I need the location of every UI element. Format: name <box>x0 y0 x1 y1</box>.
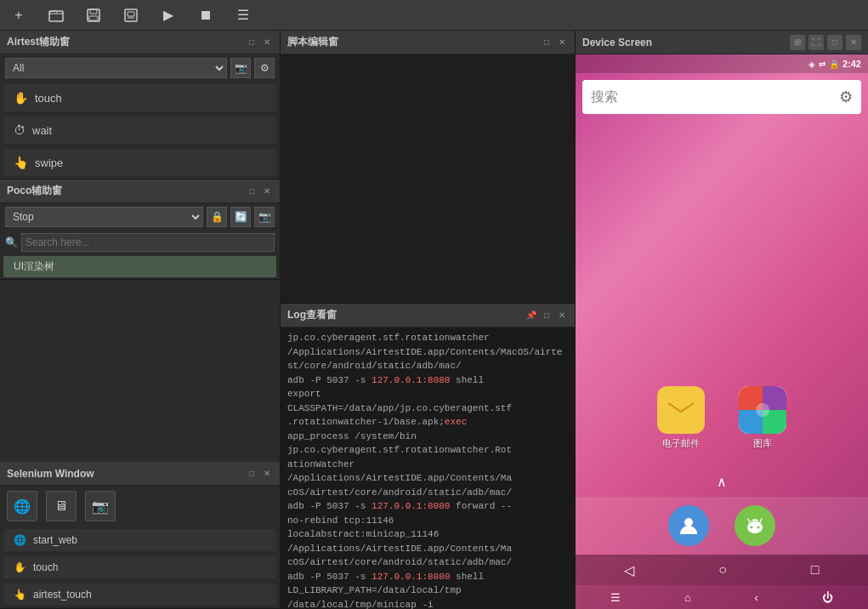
selenium-close-icon[interactable]: ✕ <box>261 468 273 480</box>
script-editor-icons: □ ✕ <box>541 37 568 48</box>
script-icon[interactable]: ☰ <box>233 5 253 26</box>
selenium-camera-btn[interactable]: 📷 <box>85 491 116 521</box>
poco-panel-header: Poco辅助窗 □ ✕ <box>0 179 280 203</box>
airtest-close-icon[interactable]: ✕ <box>261 37 273 48</box>
log-viewer-icons: 📌 □ ✕ <box>525 310 568 322</box>
home-power-icon[interactable]: ⌂ <box>684 591 691 604</box>
svg-rect-0 <box>49 11 63 21</box>
poco-tree-item[interactable]: UI渲染树 <box>3 256 276 277</box>
script-editor-header: 脚本编辑窗 □ ✕ <box>281 31 575 54</box>
search-placeholder-text: 搜索 <box>591 88 618 106</box>
dock-android-icon[interactable] <box>735 505 775 546</box>
android-powerbar: ☰ ⌂ ‹ ⏻ <box>576 585 868 609</box>
android-chevron-up[interactable]: ∧ <box>576 467 868 497</box>
poco-search-row: 🔍 <box>0 231 280 254</box>
device-screen-icon1[interactable]: ⊞ <box>790 35 805 50</box>
main-content: Airtest辅助窗 □ ✕ All 📷 ⚙ ✋ touch ⏱ wait <box>0 31 868 609</box>
email-app-icon <box>657 386 705 434</box>
airtest-minimize-icon[interactable]: □ <box>246 37 258 48</box>
svg-rect-5 <box>128 12 134 16</box>
script-editor-minimize-icon[interactable]: □ <box>541 37 553 48</box>
android-searchbar[interactable]: 搜索 ⚙ <box>582 80 861 114</box>
poco-minimize-icon[interactable]: □ <box>246 185 258 197</box>
device-screen-icon2[interactable]: ⛶ <box>808 35 824 50</box>
power-btn-icon[interactable]: ⏻ <box>822 591 833 604</box>
android-navbar: ◁ ○ □ <box>576 555 868 585</box>
device-screen-close-icon[interactable]: ✕ <box>846 35 861 50</box>
selenium-touch-icon: ✋ <box>14 561 26 573</box>
gallery-app[interactable]: 图库 <box>739 386 786 450</box>
airtest-panel-title: Airtest辅助窗 <box>7 35 70 49</box>
log-viewer-title: Log查看窗 <box>287 308 337 322</box>
left-panel: Airtest辅助窗 □ ✕ All 📷 ⚙ ✋ touch ⏱ wait <box>0 31 281 609</box>
back-power-icon[interactable]: ‹ <box>755 591 758 604</box>
airtest-touch-item[interactable]: ✋ touch <box>3 84 276 111</box>
device-screen-minimize-icon[interactable]: □ <box>827 35 842 50</box>
poco-capture-btn[interactable]: 📷 <box>254 207 275 227</box>
selenium-panel: Selenium Window □ ✕ 🌐 🖥 📷 🌐 start_web ✋ … <box>0 462 280 609</box>
selenium-airtest-touch-item[interactable]: 👆 airtest_touch <box>3 583 276 606</box>
selenium-touch-item[interactable]: ✋ touch <box>3 556 276 578</box>
selenium-icons-row: 🌐 🖥 📷 <box>0 486 280 526</box>
log-close-icon[interactable]: ✕ <box>556 310 568 322</box>
gallery-app-icon <box>739 386 786 434</box>
log-viewer: Log查看窗 📌 □ ✕ jp.co.cyberagent.stf.rotati… <box>281 303 575 609</box>
selenium-touch-label: touch <box>33 561 58 573</box>
airtest-settings-btn[interactable]: ⚙ <box>254 58 275 78</box>
swipe-icon: 👆 <box>14 156 28 169</box>
selenium-start-web-label: start_web <box>33 534 77 546</box>
poco-search-input[interactable] <box>21 233 275 252</box>
email-app-label: 电子邮件 <box>662 437 700 450</box>
selenium-start-web-item[interactable]: 🌐 start_web <box>3 529 276 551</box>
log-body[interactable]: jp.co.cyberagent.stf.rotationwatcher /Ap… <box>281 327 575 609</box>
selenium-header-icons: □ ✕ <box>246 468 273 480</box>
airtest-swipe-label: swipe <box>35 157 63 169</box>
selenium-globe-btn[interactable]: 🌐 <box>7 491 37 521</box>
back-nav-icon[interactable]: ◁ <box>624 562 634 578</box>
dock-contacts-icon[interactable] <box>668 505 709 546</box>
airtest-wait-item[interactable]: ⏱ wait <box>3 117 276 144</box>
search-gear-icon: ⚙ <box>839 88 853 106</box>
script-editor-title: 脚本编辑窗 <box>287 35 338 49</box>
airtest-capture-btn[interactable]: 📷 <box>230 58 251 78</box>
poco-close-icon[interactable]: ✕ <box>261 185 273 197</box>
script-editor: 脚本编辑窗 □ ✕ <box>281 31 575 303</box>
script-editor-body[interactable] <box>281 54 575 303</box>
open-icon[interactable] <box>46 5 66 26</box>
touch-icon: ✋ <box>14 91 28 105</box>
poco-panel-title: Poco辅助窗 <box>7 184 62 198</box>
poco-dropdown-row: Stop 🔒 🔄 📷 <box>0 203 280 231</box>
android-apps: 电子邮件 图库 <box>576 369 868 467</box>
menu-power-icon[interactable]: ☰ <box>610 591 621 604</box>
lock-icon: 🔒 <box>829 60 839 69</box>
gallery-app-label: 图库 <box>753 437 772 450</box>
save-icon[interactable] <box>83 5 104 26</box>
record-icon[interactable] <box>121 5 141 26</box>
device-screen-header-icons: ⊞ ⛶ □ ✕ <box>790 35 861 50</box>
empty-area <box>0 280 280 462</box>
stop-icon[interactable]: ⏹ <box>196 5 216 26</box>
poco-lock-btn[interactable]: 🔒 <box>207 207 227 227</box>
log-viewer-header: Log查看窗 📌 □ ✕ <box>281 304 575 327</box>
middle-panel: 脚本编辑窗 □ ✕ Log查看窗 📌 □ ✕ jp.co.cyberagent.… <box>281 31 575 609</box>
script-editor-close-icon[interactable]: ✕ <box>556 37 568 48</box>
airtest-panel: Airtest辅助窗 □ ✕ All 📷 ⚙ ✋ touch ⏱ wait <box>0 31 280 179</box>
selenium-minimize-icon[interactable]: □ <box>246 468 258 480</box>
device-screen-header: Device Screen ⊞ ⛶ □ ✕ <box>576 31 868 54</box>
log-minimize-icon[interactable]: □ <box>541 310 553 322</box>
home-nav-icon[interactable]: ○ <box>718 562 727 578</box>
airtest-touch-label: touch <box>35 92 62 105</box>
airtest-dropdown[interactable]: All <box>5 58 227 78</box>
play-icon[interactable]: ▶ <box>158 5 179 26</box>
airtest-swipe-item[interactable]: 👆 swipe <box>3 149 276 176</box>
poco-refresh-btn[interactable]: 🔄 <box>230 207 251 227</box>
search-icon: 🔍 <box>5 236 18 248</box>
android-statusbar: ◈ ⇄ 🔒 2:42 <box>576 54 868 73</box>
log-pin-icon[interactable]: 📌 <box>525 310 537 322</box>
poco-dropdown[interactable]: Stop <box>5 207 203 227</box>
selenium-monitor-btn[interactable]: 🖥 <box>46 491 77 521</box>
poco-panel: Poco辅助窗 □ ✕ Stop 🔒 🔄 📷 🔍 UI渲染树 <box>0 179 280 280</box>
recents-nav-icon[interactable]: □ <box>811 562 820 578</box>
email-app[interactable]: 电子邮件 <box>657 386 705 450</box>
new-tab-icon[interactable]: + <box>9 5 29 26</box>
